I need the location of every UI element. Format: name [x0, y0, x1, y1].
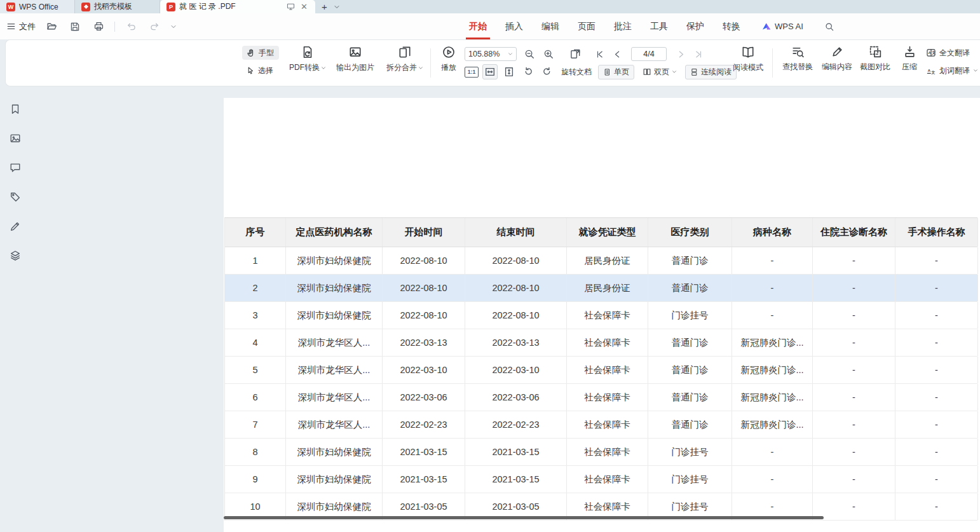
table-cell: 3: [225, 302, 286, 329]
print-icon[interactable]: [91, 19, 106, 34]
thumbnails-icon[interactable]: [8, 131, 23, 146]
layers-icon[interactable]: [8, 248, 23, 263]
export-image-label: 输出为图片: [336, 62, 374, 73]
next-page-button[interactable]: [673, 46, 688, 62]
table-header-cell: 就诊凭证类型: [567, 218, 648, 247]
play-button[interactable]: 播放: [435, 40, 462, 86]
table-cell: 新冠肺炎门诊...: [732, 384, 813, 411]
pdf-convert-label: PDF转换: [289, 62, 320, 73]
table-row[interactable]: 2深圳市妇幼保健院2022-08-102022-08-10居民身份证普通门诊--…: [225, 275, 977, 302]
single-page-button[interactable]: 单页: [598, 65, 634, 79]
ribbon-tab-page[interactable]: 页面: [578, 13, 595, 39]
split-merge-button[interactable]: 拆分合并: [382, 40, 428, 86]
rotate-doc-label[interactable]: 旋转文档: [561, 67, 592, 78]
rotate-left-icon[interactable]: [521, 64, 536, 79]
table-row[interactable]: 5深圳市龙华区人...2022-03-102022-03-10社会保障卡普通门诊…: [225, 357, 977, 384]
ribbon-search-icon[interactable]: [822, 19, 837, 34]
ribbon-tab-edit[interactable]: 编辑: [541, 13, 559, 39]
zoom-out-button[interactable]: [522, 46, 537, 62]
table-cell: 社会保障卡: [567, 384, 648, 411]
previous-page-button[interactable]: [609, 46, 625, 62]
ribbon-tab-convert[interactable]: 转换: [723, 13, 740, 39]
table-cell: -: [895, 302, 978, 329]
tab-close-icon[interactable]: ✕: [299, 3, 309, 11]
fit-width-button[interactable]: [482, 64, 498, 79]
file-menu[interactable]: 文件: [6, 21, 36, 32]
screenshot-compare-icon: [869, 45, 882, 58]
select-tool-button[interactable]: 选择: [242, 64, 279, 78]
undo-icon[interactable]: [123, 19, 139, 34]
table-row[interactable]: 7深圳市龙华区人...2022-02-232022-02-23社会保障卡普通门诊…: [225, 411, 977, 439]
ribbon-tab-insert[interactable]: 插入: [505, 13, 523, 39]
bookmark-icon[interactable]: [8, 102, 23, 117]
table-cell: 2022-02-23: [383, 411, 465, 438]
actual-size-button[interactable]: 1:1: [465, 67, 479, 78]
double-page-button[interactable]: 双页: [638, 65, 681, 79]
zoom-in-button[interactable]: [541, 46, 556, 62]
fit-page-button[interactable]: [501, 64, 517, 79]
ribbon-tab-start[interactable]: 开始: [469, 13, 487, 39]
table-cell: 2022-03-06: [383, 384, 465, 411]
tab-list-chevron-icon[interactable]: [334, 4, 340, 10]
ribbon-tab-protect[interactable]: 保护: [686, 13, 704, 39]
signature-pen-icon[interactable]: [8, 219, 23, 234]
read-mode-button[interactable]: 阅读模式: [730, 40, 766, 86]
table-row[interactable]: 9深圳市妇幼保健院2021-03-152021-03-15社会保障卡门诊挂号--…: [225, 466, 977, 493]
table-cell: 深圳市妇幼保健院: [286, 466, 383, 493]
last-page-button[interactable]: [691, 46, 706, 62]
separator: [772, 48, 773, 78]
redo-icon[interactable]: [147, 19, 162, 34]
ribbon-tab-tools[interactable]: 工具: [650, 13, 668, 39]
horizontal-scrollbar[interactable]: [224, 516, 824, 519]
zoom-select[interactable]: 105.88%: [465, 47, 517, 61]
wps-ai-button[interactable]: WPS AI: [761, 22, 803, 32]
word-translate-button[interactable]: A文 划词翻译: [926, 64, 978, 78]
tab-docer[interactable]: 找稻壳模板: [75, 0, 160, 13]
tab-document[interactable]: P 就 医 记 录 .PDF ✕: [160, 0, 315, 13]
undo-history-chevron-icon[interactable]: [170, 24, 177, 30]
pdf-convert-button[interactable]: PDF转换: [285, 40, 330, 86]
table-cell: 1: [225, 247, 286, 274]
table-cell: -: [813, 493, 895, 520]
table-cell: 社会保障卡: [567, 411, 648, 438]
continuous-reading-button[interactable]: 连续阅读: [685, 65, 737, 79]
table-cell: -: [895, 329, 978, 356]
table-row[interactable]: 4深圳市龙华区人...2022-03-132022-03-13社会保障卡普通门诊…: [225, 329, 977, 357]
table-cell: 社会保障卡: [567, 357, 648, 383]
svg-text:文: 文: [931, 50, 936, 55]
comment-icon[interactable]: [8, 160, 23, 175]
find-replace-icon: [791, 45, 805, 58]
page-number-input[interactable]: [631, 47, 667, 61]
compress-button[interactable]: 压缩: [895, 40, 923, 86]
medical-records-table: 序号定点医药机构名称开始时间结束时间就诊凭证类型医疗类别病种名称住院主诊断名称手…: [224, 217, 977, 521]
first-page-button[interactable]: [592, 46, 607, 62]
tag-icon[interactable]: [8, 189, 23, 205]
find-replace-button[interactable]: 查找替换: [779, 40, 817, 86]
hand-tool-button[interactable]: 手型: [242, 46, 279, 60]
table-cell: 8: [225, 439, 286, 465]
table-row[interactable]: 1深圳市妇幼保健院2022-08-102022-08-10居民身份证普通门诊--…: [225, 247, 977, 275]
separator: [430, 48, 431, 78]
save-icon[interactable]: [67, 19, 83, 34]
new-tab-button[interactable]: +: [322, 2, 327, 11]
table-row[interactable]: 6深圳市龙华区人...2022-03-062022-03-06社会保障卡普通门诊…: [225, 384, 977, 411]
table-row[interactable]: 8深圳市妇幼保健院2021-03-152021-03-15社会保障卡门诊挂号--…: [225, 439, 977, 466]
tab-wps-home[interactable]: W WPS Office: [0, 0, 75, 13]
table-row[interactable]: 3深圳市妇幼保健院2022-08-102022-08-10社会保障卡门诊挂号--…: [225, 302, 977, 329]
table-cell: -: [732, 275, 813, 301]
export-image-button[interactable]: 输出为图片: [331, 40, 379, 86]
snapshot-pages-icon[interactable]: [568, 46, 583, 62]
ribbon-tab-comment[interactable]: 批注: [614, 13, 632, 39]
edit-content-button[interactable]: 编辑内容: [818, 40, 856, 86]
table-cell: -: [895, 357, 978, 383]
tab-monitor-icon[interactable]: [285, 2, 296, 12]
full-translate-button[interactable]: A文 全文翻译: [926, 46, 978, 60]
table-cell: 2021-03-15: [465, 466, 567, 493]
table-header-cell: 序号: [225, 218, 286, 247]
screenshot-compare-button[interactable]: 截图对比: [856, 40, 894, 86]
open-file-icon[interactable]: [44, 19, 59, 34]
rotate-right-icon[interactable]: [540, 64, 555, 79]
separator: [114, 22, 115, 32]
table-cell: 9: [225, 466, 286, 493]
table-cell: -: [813, 439, 895, 465]
